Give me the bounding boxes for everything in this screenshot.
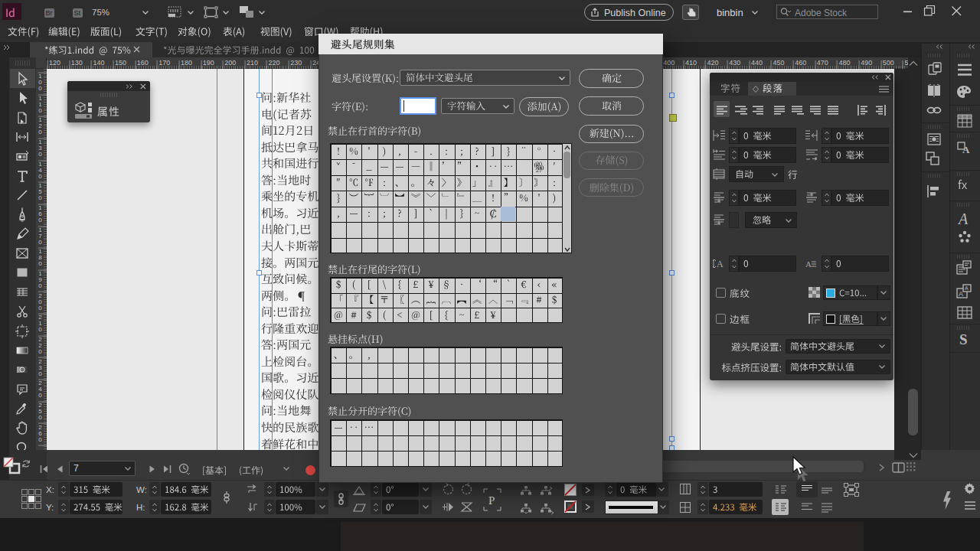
svg-text:P: P [488,494,495,507]
svg-text:A: A [805,259,812,269]
svg-text:A: A [959,290,963,298]
svg-text:A: A [965,285,969,291]
svg-text:A: A [962,144,970,155]
svg-text:A: A [717,259,724,269]
